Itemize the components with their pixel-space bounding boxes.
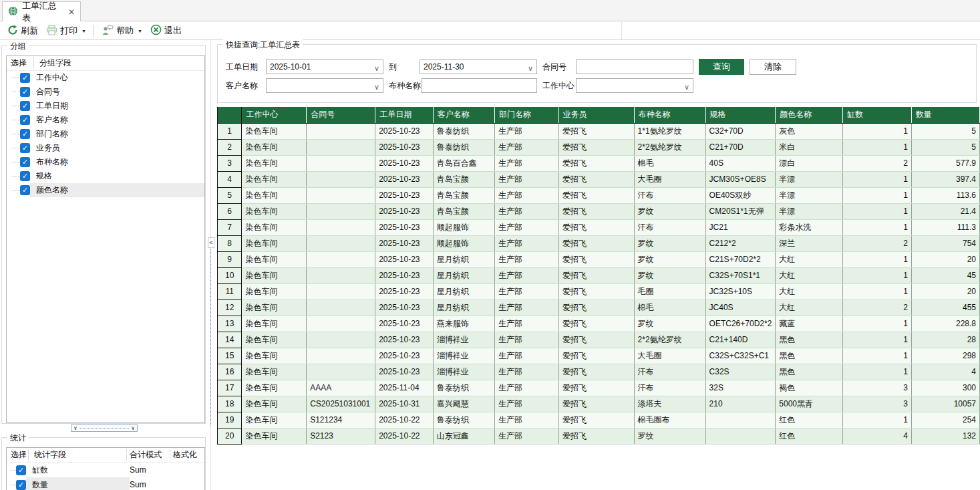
chevron-down-icon[interactable]: ∨ (528, 62, 533, 75)
group-field-row[interactable]: ✓工作中心 (7, 71, 204, 85)
table-cell[interactable]: 2025-10-23 (375, 251, 434, 267)
table-cell[interactable]: 32S (705, 380, 776, 396)
table-cell[interactable]: 爱招飞 (558, 348, 634, 364)
table-cell[interactable]: OETC26+70D2*2 (705, 316, 776, 332)
table-cell[interactable]: 鲁泰纺织 (433, 412, 494, 428)
table-cell[interactable]: 1 (843, 283, 912, 299)
table-cell[interactable]: 4 (911, 364, 979, 380)
table-cell[interactable]: 爱招飞 (558, 283, 634, 299)
table-cell[interactable]: 棉毛 (634, 155, 705, 171)
table-cell[interactable]: 1 (843, 316, 912, 332)
table-cell[interactable]: 鲁泰纺织 (433, 139, 494, 155)
table-cell[interactable]: 染色车间 (242, 267, 307, 283)
table-cell[interactable] (307, 219, 375, 235)
table-cell[interactable]: 染色车间 (242, 364, 307, 380)
table-cell[interactable]: 漂白 (776, 155, 843, 171)
table-cell[interactable]: 2025-10-23 (375, 155, 434, 171)
checkbox-checked-icon[interactable]: ✓ (20, 143, 30, 153)
table-cell[interactable]: 染色车间 (242, 299, 307, 316)
stats-field-row[interactable]: ✓数量Sum (7, 477, 204, 490)
help-button[interactable]: 帮助 ▼ (98, 23, 146, 39)
table-cell[interactable]: 生产部 (494, 380, 558, 396)
table-cell[interactable]: 星月纺织 (433, 251, 494, 267)
table-cell[interactable]: 汗布 (634, 219, 705, 235)
search-button[interactable]: 查询 (699, 59, 744, 75)
table-row[interactable]: 18染色车间CS202510310012025-10-31嘉兴飓慧生产部爱招飞涤… (218, 396, 980, 412)
table-cell[interactable]: 黑色 (776, 332, 843, 348)
table-cell[interactable]: C212*2 (705, 235, 776, 251)
table-cell[interactable]: 5 (911, 123, 979, 139)
date-to-combobox[interactable]: 2025-11-30 ∨ (420, 59, 537, 74)
workcenter-combobox[interactable]: ∨ (576, 78, 693, 93)
table-cell[interactable]: 青岛宝颜 (433, 203, 494, 219)
table-cell[interactable]: 罗纹 (634, 203, 705, 219)
table-cell[interactable]: 棉毛圈布 (634, 412, 705, 428)
checkbox-checked-icon[interactable]: ✓ (16, 465, 26, 475)
table-cell[interactable]: 染色车间 (242, 187, 307, 203)
group-field-row[interactable]: ✓布种名称 (7, 155, 204, 169)
table-cell[interactable]: 5000黑青 (776, 396, 843, 412)
table-row[interactable]: 7染色车间2025-10-23顺起服饰生产部爱招飞汗布JC21彩条水洗1111.… (218, 219, 980, 235)
table-cell[interactable]: 20 (911, 251, 979, 267)
row-number-cell[interactable]: 6 (218, 203, 242, 219)
table-cell[interactable] (307, 267, 375, 283)
table-cell[interactable] (307, 203, 375, 219)
table-cell[interactable]: 生产部 (494, 428, 558, 444)
table-cell[interactable]: 鲁泰纺织 (433, 380, 494, 396)
table-cell[interactable] (307, 123, 375, 139)
table-cell[interactable]: 生产部 (494, 251, 558, 267)
table-cell[interactable]: 40S (705, 155, 776, 171)
vertical-splitter[interactable]: < (207, 40, 215, 490)
table-cell[interactable]: 577.9 (911, 155, 979, 171)
exit-button[interactable]: 退出 (146, 23, 186, 39)
table-cell[interactable]: 青岛宝颜 (433, 171, 494, 187)
table-cell[interactable]: 褐色 (776, 380, 843, 396)
column-header[interactable]: 工单日期 (375, 107, 434, 123)
row-number-cell[interactable]: 9 (218, 251, 242, 267)
chevron-left-icon[interactable]: < (208, 237, 214, 248)
table-row[interactable]: 16染色车间2025-10-23淄博祥业生产部爱招飞汗布C32S黑色14 (218, 364, 980, 380)
table-cell[interactable]: 3 (843, 380, 912, 396)
table-cell[interactable]: 爱招飞 (558, 155, 634, 171)
table-cell[interactable]: 星月纺织 (433, 267, 494, 283)
table-cell[interactable]: 黑色 (776, 348, 843, 364)
checkbox-checked-icon[interactable]: ✓ (20, 115, 30, 125)
table-cell[interactable]: 汗布 (634, 187, 705, 203)
table-cell[interactable]: 2025-10-23 (375, 348, 434, 364)
table-cell[interactable]: 生产部 (494, 187, 558, 203)
column-header[interactable]: 合同号 (307, 107, 375, 123)
table-cell[interactable]: 染色车间 (242, 428, 307, 444)
refresh-button[interactable]: 刷新 (3, 23, 42, 39)
row-number-cell[interactable]: 8 (218, 235, 242, 251)
table-cell[interactable]: 2025-10-23 (375, 283, 434, 299)
table-cell[interactable]: 3 (843, 396, 912, 412)
table-cell[interactable] (307, 364, 375, 380)
table-cell[interactable]: 生产部 (494, 235, 558, 251)
table-cell[interactable]: C21+140D (705, 332, 776, 348)
table-cell[interactable]: 爱招飞 (558, 187, 634, 203)
table-cell[interactable]: 罗纹 (634, 267, 705, 283)
group-field-row[interactable]: ✓工单日期 (7, 99, 204, 113)
table-cell[interactable]: 2 (843, 299, 912, 316)
table-cell[interactable]: 爱招飞 (558, 139, 634, 155)
table-cell[interactable]: 210 (705, 396, 776, 412)
table-cell[interactable]: 青岛百合鑫 (433, 155, 494, 171)
table-cell[interactable]: 1 (843, 203, 912, 219)
table-cell[interactable]: 2025-10-23 (375, 332, 434, 348)
table-cell[interactable]: 淄博祥业 (433, 348, 494, 364)
caret-down-icon[interactable]: ▼ (81, 29, 86, 33)
table-cell[interactable]: 爱招飞 (558, 316, 634, 332)
table-cell[interactable]: 星月纺织 (433, 299, 494, 316)
fabric-input[interactable] (422, 78, 537, 93)
table-cell[interactable] (307, 283, 375, 299)
tab-work-order-summary[interactable]: 工单汇总表 ✕ (2, 1, 81, 21)
table-cell[interactable]: 45 (911, 267, 979, 283)
table-cell[interactable] (705, 412, 776, 428)
table-cell[interactable]: S121234 (307, 412, 375, 428)
table-row[interactable]: 9染色车间2025-10-23星月纺织生产部爱招飞罗纹C21S+70D2*2大红… (218, 251, 980, 267)
group-field-row[interactable]: ✓业务员 (7, 141, 204, 155)
table-cell[interactable]: C32S (705, 364, 776, 380)
table-cell[interactable]: 染色车间 (242, 348, 307, 364)
table-cell[interactable]: 2025-10-23 (375, 299, 434, 316)
table-cell[interactable]: 2025-10-23 (375, 123, 434, 139)
